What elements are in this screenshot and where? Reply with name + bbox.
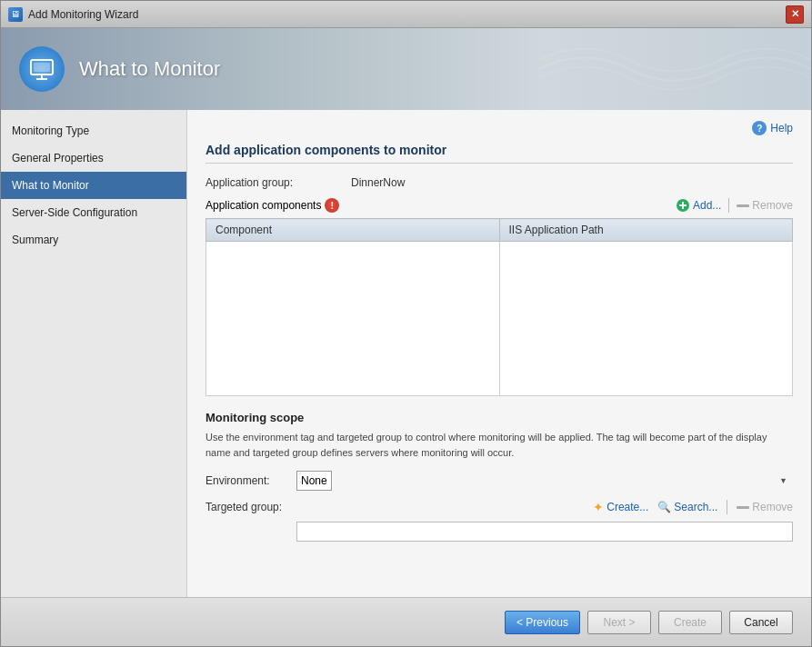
- monitoring-scope-section: Monitoring scope Use the environment tag…: [206, 411, 793, 542]
- application-components-label: Application components !: [206, 198, 676, 213]
- previous-button[interactable]: < Previous: [505, 611, 580, 634]
- targeted-group-input-area: [296, 522, 793, 542]
- search-label: Search...: [674, 501, 717, 513]
- divider2: [727, 500, 727, 514]
- next-button[interactable]: Next >: [587, 611, 651, 634]
- window-title: Add Monitoring Wizard: [28, 8, 138, 21]
- divider: [728, 198, 729, 213]
- svg-rect-3: [34, 63, 50, 72]
- sidebar-item-server-side-config[interactable]: Server-Side Configuration: [1, 199, 186, 226]
- wizard-window: 🖥 Add Monitoring Wizard ✕ What to Monito…: [0, 0, 812, 647]
- targeted-group-label: Targeted group:: [206, 501, 296, 513]
- environment-row: Environment: None: [206, 471, 793, 491]
- create-button-footer[interactable]: Create: [658, 611, 722, 634]
- sidebar-item-what-to-monitor[interactable]: What to Monitor: [1, 172, 186, 199]
- remove-icon: [737, 204, 749, 207]
- remove-label: Remove: [752, 199, 793, 212]
- main-content: ? Help Add application components to mon…: [187, 110, 811, 597]
- window-icon: 🖥: [8, 7, 23, 22]
- help-link[interactable]: ? Help: [752, 121, 793, 135]
- plus-icon: [676, 198, 690, 213]
- targeted-group-row: Targeted group: ✦ Create... 🔍 Search...: [206, 500, 793, 514]
- components-table: Component IIS Application Path: [206, 218, 793, 396]
- error-icon: !: [325, 198, 339, 213]
- header-title: What to Monitor: [79, 57, 220, 81]
- title-bar: 🖥 Add Monitoring Wizard ✕: [1, 1, 811, 28]
- search-icon: 🔍: [657, 501, 671, 513]
- remove-components-button[interactable]: Remove: [737, 199, 793, 212]
- create-label: Create...: [606, 501, 648, 513]
- components-toolbar: Add... Remove: [676, 198, 793, 213]
- add-label: Add...: [693, 199, 721, 212]
- environment-label: Environment:: [206, 474, 296, 487]
- sidebar-item-monitoring-type[interactable]: Monitoring Type: [1, 117, 186, 144]
- scope-description: Use the environment tag and targeted gro…: [206, 430, 793, 460]
- application-components-row: Application components ! Add...: [206, 198, 793, 213]
- environment-select[interactable]: None: [296, 471, 332, 491]
- header-banner: What to Monitor: [1, 28, 811, 110]
- col-component: Component: [206, 219, 500, 242]
- footer: < Previous Next > Create Cancel: [1, 597, 811, 646]
- application-group-label: Application group:: [206, 176, 351, 189]
- scope-title: Monitoring scope: [206, 411, 793, 424]
- application-group-row: Application group: DinnerNow: [206, 176, 793, 189]
- application-components-text: Application components: [206, 199, 321, 212]
- remove-targeted-label: Remove: [752, 501, 793, 513]
- section-title: Add application components to monitor: [206, 143, 793, 164]
- help-row: ? Help: [206, 121, 793, 135]
- content-area: Monitoring Type General Properties What …: [1, 110, 811, 597]
- help-icon: ?: [752, 121, 767, 135]
- close-button[interactable]: ✕: [786, 5, 804, 24]
- create-button[interactable]: ✦ Create...: [593, 500, 648, 514]
- col-iis-path: IIS Application Path: [499, 219, 793, 242]
- create-star-icon: ✦: [593, 500, 604, 514]
- add-button[interactable]: Add...: [676, 198, 721, 213]
- sidebar-item-summary[interactable]: Summary: [1, 226, 186, 254]
- targeted-toolbar: ✦ Create... 🔍 Search... Remove: [593, 500, 793, 514]
- remove-targeted-button[interactable]: Remove: [737, 501, 793, 513]
- table-empty-row: [206, 242, 793, 396]
- sidebar: Monitoring Type General Properties What …: [1, 110, 187, 597]
- environment-select-wrapper: None: [296, 471, 793, 491]
- help-label: Help: [770, 122, 793, 134]
- remove-targeted-icon: [737, 506, 749, 509]
- sidebar-item-general-properties[interactable]: General Properties: [1, 144, 186, 172]
- header-icon: [19, 46, 65, 92]
- application-group-value: DinnerNow: [351, 176, 405, 189]
- cancel-button[interactable]: Cancel: [729, 611, 793, 634]
- search-button[interactable]: 🔍 Search...: [657, 501, 717, 513]
